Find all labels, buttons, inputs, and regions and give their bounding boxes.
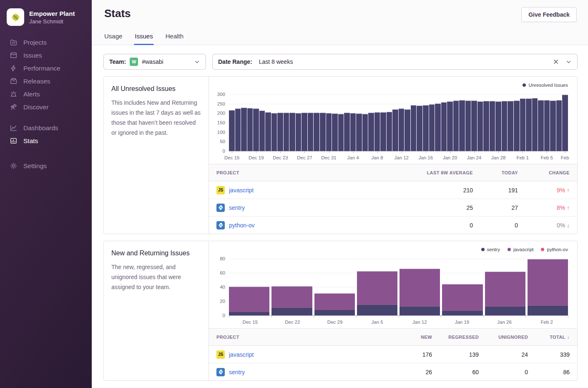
y-axis-label: 40 bbox=[220, 285, 225, 290]
panel-chart-and-table: sentryjavascriptpython-ov020406080Dec 15… bbox=[209, 241, 577, 380]
bar bbox=[453, 101, 459, 151]
discover-icon bbox=[10, 103, 18, 111]
alerts-icon bbox=[10, 90, 18, 98]
column-header-new: NEW bbox=[390, 335, 440, 340]
project-link-javascript[interactable]: javascript bbox=[229, 351, 254, 358]
javascript-project-icon: JS bbox=[216, 350, 225, 359]
bar bbox=[477, 101, 483, 151]
bar bbox=[344, 113, 350, 151]
x-axis-label: Feb 2 bbox=[540, 320, 553, 325]
x-axis-tick bbox=[568, 316, 568, 317]
stacked-bar-series bbox=[229, 259, 568, 315]
column-header-total[interactable]: TOTAL ↓ bbox=[535, 334, 577, 340]
legend-dot-icon bbox=[481, 248, 485, 251]
bar-series bbox=[229, 94, 568, 151]
project-link-sentry[interactable]: sentry bbox=[229, 369, 245, 375]
bar bbox=[289, 113, 295, 151]
panel-info: New and Returning IssuesThe new, regress… bbox=[104, 241, 209, 380]
table-cell-value: 86 bbox=[535, 369, 577, 375]
sidebar-item-label: Settings bbox=[23, 162, 47, 170]
javascript-segment bbox=[357, 271, 397, 305]
org-switcher[interactable]: Empower Plant Jane Schmidt bbox=[0, 8, 92, 36]
sort-arrow-icon: ↓ bbox=[565, 334, 570, 340]
sentry-segment bbox=[229, 312, 269, 315]
legend-label: python-ov bbox=[547, 247, 568, 252]
stacked-bar bbox=[314, 259, 355, 315]
date-range-select[interactable]: Date Range: Last 8 weeks bbox=[212, 54, 578, 70]
give-feedback-button[interactable]: Give Feedback bbox=[521, 7, 577, 22]
stacked-bar bbox=[357, 259, 397, 315]
team-select[interactable]: Team: W #wasabi bbox=[103, 54, 206, 70]
bar bbox=[314, 113, 319, 151]
project-link-javascript[interactable]: javascript bbox=[229, 187, 254, 194]
bar bbox=[538, 100, 544, 151]
y-axis-label: 0 bbox=[223, 313, 225, 318]
table-cell-value: 26 bbox=[390, 369, 440, 375]
projects-icon bbox=[10, 38, 18, 46]
table-cell-value: 0 bbox=[486, 369, 535, 375]
x-axis-tick bbox=[329, 151, 329, 153]
x-axis-label: Jan 19 bbox=[455, 320, 470, 325]
bar bbox=[253, 108, 259, 151]
column-header-today: TODAY bbox=[480, 170, 525, 175]
chart-plot-area: 020406080 bbox=[229, 259, 568, 316]
legend-item-python-ov[interactable]: python-ov bbox=[541, 247, 568, 252]
y-axis-label: 250 bbox=[217, 101, 225, 106]
sidebar-item-alerts[interactable]: Alerts bbox=[0, 88, 92, 101]
table-header-row: PROJECTLAST 8W AVERAGETODAYCHANGE bbox=[209, 164, 577, 181]
x-axis-tick bbox=[280, 151, 281, 153]
releases-icon bbox=[10, 77, 18, 85]
bar bbox=[284, 113, 289, 151]
legend-label: sentry bbox=[487, 247, 500, 252]
x-axis-tick bbox=[271, 316, 272, 317]
stacked-bar bbox=[400, 259, 440, 315]
x-axis-label: Dec 15 bbox=[224, 155, 239, 160]
sentry-segment bbox=[485, 306, 525, 315]
sidebar-item-projects[interactable]: Projects bbox=[0, 36, 92, 49]
table-row: sentry25278% ↑ bbox=[209, 199, 577, 217]
stats-icon bbox=[10, 137, 18, 145]
sidebar-item-label: Dashboards bbox=[23, 124, 58, 132]
x-axis-tick bbox=[474, 151, 475, 153]
bar bbox=[302, 113, 307, 151]
y-axis-label: 50 bbox=[220, 139, 225, 144]
sidebar-item-performance[interactable]: Performance bbox=[0, 62, 92, 75]
clear-icon[interactable] bbox=[553, 59, 559, 65]
chevron-down-icon bbox=[194, 59, 200, 65]
sidebar-item-settings[interactable]: Settings bbox=[0, 159, 92, 172]
sidebar-item-issues[interactable]: Issues bbox=[0, 49, 92, 62]
bar bbox=[368, 113, 374, 151]
x-axis-tick bbox=[314, 316, 314, 317]
sidebar-item-discover[interactable]: Discover bbox=[0, 101, 92, 113]
team-avatar: W bbox=[130, 58, 138, 66]
bar bbox=[483, 101, 489, 151]
y-axis-label: 80 bbox=[220, 256, 225, 261]
table-cell-value: 176 bbox=[390, 351, 440, 358]
legend-item-sentry[interactable]: sentry bbox=[481, 247, 500, 252]
tab-label: Health bbox=[166, 33, 183, 40]
project-link-sentry[interactable]: sentry bbox=[229, 204, 245, 211]
bar bbox=[247, 108, 253, 151]
legend-item-unresolved-issues[interactable]: Unresolved Issues bbox=[523, 83, 568, 88]
table-row: python-ov000% ↓ bbox=[209, 217, 577, 234]
bar bbox=[447, 101, 453, 151]
javascript-segment bbox=[485, 272, 525, 306]
tab-issues[interactable]: Issues bbox=[135, 33, 153, 45]
legend-item-javascript[interactable]: javascript bbox=[508, 247, 534, 252]
stacked-bar bbox=[271, 259, 312, 315]
sidebar-item-dashboards[interactable]: Dashboards bbox=[0, 121, 92, 134]
x-axis-tick bbox=[483, 316, 484, 317]
sidebar-item-releases[interactable]: Releases bbox=[0, 75, 92, 88]
tab-usage[interactable]: Usage bbox=[104, 33, 122, 45]
tab-health[interactable]: Health bbox=[166, 33, 183, 45]
sidebar-item-stats[interactable]: Stats bbox=[0, 134, 92, 147]
bar bbox=[544, 100, 550, 151]
project-link-python-ov[interactable]: python-ov bbox=[229, 222, 254, 229]
x-axis-label: Jan 4 bbox=[347, 155, 359, 160]
bar bbox=[520, 98, 526, 151]
bar bbox=[271, 113, 277, 151]
chart-x-axis: Dec 15Dec 22Dec 29Jan 5Jan 12Jan 19Jan 2… bbox=[229, 316, 568, 328]
stacked-bar bbox=[485, 259, 525, 315]
tab-label: Usage bbox=[104, 33, 122, 40]
user-name: Jane Schmidt bbox=[29, 18, 75, 25]
